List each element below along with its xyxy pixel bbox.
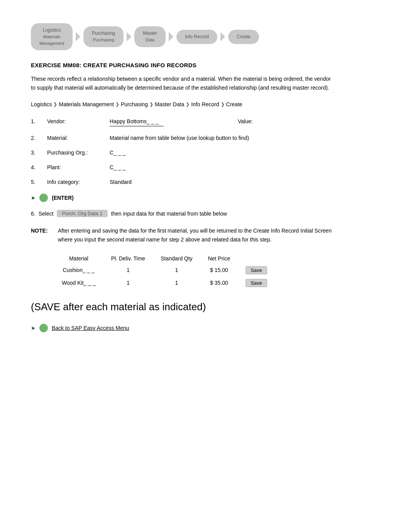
green-circle-enter	[39, 194, 48, 202]
note-label: NOTE:	[31, 226, 53, 244]
breadcrumb-item-purchasing: Purchasing	[121, 101, 148, 107]
step-1: 1. Vendor: Happy Bottoms_ _ _ Value:	[31, 118, 379, 126]
table-row: Wood Kit_ _ _ 1 1 $ 35.00 Save	[54, 277, 275, 289]
step-4-number: 4.	[31, 164, 42, 170]
step-1-extra: Value:	[238, 118, 253, 124]
step-5-value: Standard	[110, 179, 132, 185]
enter-label: (ENTER)	[52, 195, 74, 201]
save-button-row2[interactable]: Save	[246, 279, 267, 287]
step-6-before: Select	[39, 211, 54, 217]
save-button-row1[interactable]: Save	[246, 266, 267, 274]
breadcrumb-item-info-record: Info Record	[191, 101, 219, 107]
step-4: 4. Plant: C_ _ _	[31, 164, 379, 170]
row-1-net-price: $ 15.00	[200, 264, 238, 277]
nav-arrow-2	[127, 32, 131, 41]
nav-pill-logistics[interactable]: LogisticsMaterialsManagement	[31, 23, 73, 50]
nav-arrow-4	[220, 32, 225, 41]
table-header-material: Material	[54, 253, 103, 264]
data-table: Material Pl. Deliv. Time Standard Qty Ne…	[54, 253, 275, 289]
nav-pill-purchasing[interactable]: PurchasingPurchasing	[83, 26, 124, 47]
row-1-material: Cushion_ _ _	[54, 264, 103, 277]
enter-row: ➤ (ENTER)	[31, 194, 379, 202]
step-3: 3. Purchasing Org.: C_ _ _	[31, 150, 379, 156]
back-label[interactable]: Back to SAP Easy Access Menu	[52, 325, 129, 331]
nav-pill-create[interactable]: Create	[228, 30, 259, 44]
step-3-value: C_ _ _	[110, 150, 125, 156]
step-6: 6. Select Purch. Org Data 1 then input d…	[31, 210, 379, 217]
step-1-value-block: Happy Bottoms_ _ _	[110, 118, 164, 126]
page-title: EXERCISE MM08: CREATE PURCHASING INFO RE…	[31, 62, 379, 68]
steps-list: 1. Vendor: Happy Bottoms_ _ _ Value: 2. …	[31, 118, 379, 185]
bullet-arrow-back: ➤	[31, 325, 36, 331]
step-1-label: Vendor:	[47, 118, 105, 124]
step-6-highlight[interactable]: Purch. Org Data 1	[57, 210, 108, 217]
breadcrumb-arrow-4: ❯	[186, 102, 190, 107]
row-2-net-price: $ 35.00	[200, 277, 238, 289]
nav-pill-master-data[interactable]: MasterData	[134, 26, 166, 47]
breadcrumb-arrow-1: ❯	[53, 102, 57, 107]
table-header-action	[238, 253, 275, 264]
breadcrumb-arrow-5: ❯	[221, 102, 225, 107]
step-5-label: Info category:	[47, 179, 105, 185]
row-2-pl-deliv: 1	[103, 277, 153, 289]
description: These records reflect a relationship bet…	[31, 75, 332, 92]
step-5-number: 5.	[31, 179, 42, 185]
step-5: 5. Info category: Standard	[31, 179, 379, 185]
note-text: After entering and saving the data for t…	[58, 226, 344, 244]
save-instruction: (SAVE after each material as indicated)	[31, 301, 379, 313]
table-header-pl-deliv: Pl. Deliv. Time	[103, 253, 153, 264]
step-6-number: 6.	[31, 211, 36, 217]
nav-arrow-1	[76, 32, 80, 41]
step-3-number: 3.	[31, 150, 42, 156]
row-2-material: Wood Kit_ _ _	[54, 277, 103, 289]
row-2-std-qty: 1	[153, 277, 200, 289]
step-2: 2. Material: Material name from table be…	[31, 135, 379, 141]
step-1-number: 1.	[31, 118, 42, 124]
breadcrumb-item-master-data: Master Data	[155, 101, 184, 107]
table-header-net-price: Net Price	[200, 253, 238, 264]
table-header-std-qty: Standard Qty	[153, 253, 200, 264]
breadcrumb-arrow-3: ❯	[149, 102, 153, 107]
breadcrumb-item-create: Create	[226, 101, 242, 107]
breadcrumb-item-materials: Materials Management	[59, 101, 114, 107]
back-row: ➤ Back to SAP Easy Access Menu	[31, 324, 379, 332]
nav-banner: LogisticsMaterialsManagement PurchasingP…	[31, 23, 379, 50]
breadcrumb-item-logistics: Logistics	[31, 101, 52, 107]
step-6-after: then input data for that material from t…	[111, 211, 227, 217]
vendor-underline	[110, 126, 164, 126]
row-1-save-cell: Save	[238, 264, 275, 277]
note-block: NOTE: After entering and saving the data…	[31, 226, 379, 244]
step-1-vendor-name: Happy Bottoms_ _ _	[110, 118, 164, 124]
green-circle-back	[39, 324, 48, 332]
step-2-number: 2.	[31, 135, 42, 141]
row-1-std-qty: 1	[153, 264, 200, 277]
step-2-value: Material name from table below (use look…	[110, 135, 249, 141]
step-4-value: C_ _ _	[110, 164, 125, 170]
table-row: Cushion_ _ _ 1 1 $ 15.00 Save	[54, 264, 275, 277]
row-2-save-cell: Save	[238, 277, 275, 289]
step-3-label: Purchasing Org.:	[47, 150, 105, 156]
step-4-label: Plant:	[47, 164, 105, 170]
bullet-arrow-enter: ➤	[31, 195, 36, 201]
step-2-label: Material:	[47, 135, 105, 141]
breadcrumb-arrow-2: ❯	[115, 102, 119, 107]
nav-pill-info-record[interactable]: Info Record	[176, 30, 217, 44]
nav-arrow-3	[169, 32, 173, 41]
row-1-pl-deliv: 1	[103, 264, 153, 277]
breadcrumb: Logistics ❯ Materials Management ❯ Purch…	[31, 101, 379, 107]
